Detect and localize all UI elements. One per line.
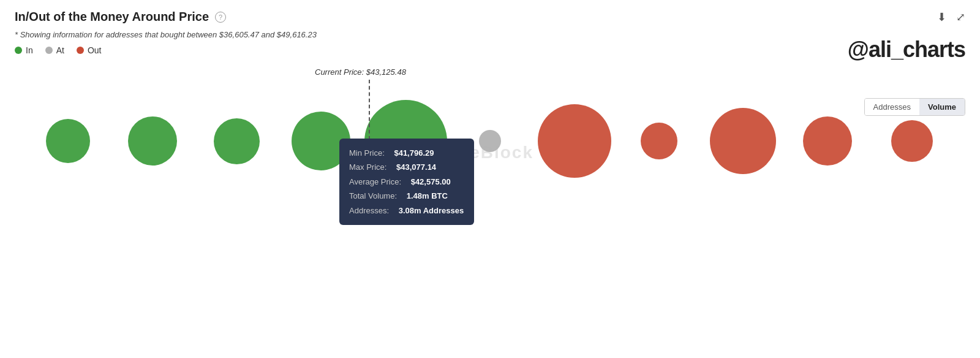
legend-dot-at [45,47,53,54]
bubble-0 [46,119,90,163]
page-title: In/Out of the Money Around Price [15,10,209,24]
watermark: @ali_charts [848,37,965,63]
legend: In At Out [15,45,965,55]
tooltip-min-label: Min Price: [349,146,385,160]
bubble-8 [710,108,776,174]
bubble-1 [128,116,177,166]
tooltip: Min Price: $41,796.29 Max Price: $43,077… [339,139,474,225]
tooltip-vol-label: Total Volume: [349,189,397,203]
tooltip-avg-label: Average Price: [349,175,401,189]
chart-area: Current Price: $43,125.48 Min Price: $41… [15,65,965,224]
bubble-9 [803,116,852,166]
bubble-7 [641,123,677,159]
expand-icon[interactable]: ⤢ [956,10,965,24]
bubble-col-10 [870,120,954,162]
bubble-10 [891,120,933,162]
bubble-2 [214,118,260,164]
legend-dot-in [15,47,22,54]
bubble-col-6 [532,104,617,178]
download-icon[interactable]: ⬇ [937,10,946,24]
tooltip-vol-val: 1.48m BTC [407,189,448,203]
bubble-col-0 [26,119,110,163]
tooltip-min-val: $41,796.29 [394,146,434,160]
bubbles-row [15,80,965,202]
legend-at: At [45,45,64,55]
tooltip-avg-val: $42,575.00 [411,175,451,189]
bubble-col-2 [195,118,279,164]
legend-label-at: At [56,45,64,55]
bubble-col-8 [701,108,786,174]
bubble-5 [479,130,501,152]
bubble-col-9 [785,116,870,166]
tooltip-max-label: Max Price: [349,160,386,174]
tooltip-addr-val: 3.08m Addresses [399,204,464,218]
tooltip-addr-label: Addresses: [349,204,389,218]
subtitle: * Showing information for addresses that… [15,30,965,39]
tooltip-max-val: $43,077.14 [396,160,436,174]
bubble-6 [538,104,611,178]
legend-label-out: Out [88,45,102,55]
bubble-col-1 [110,116,195,166]
help-icon[interactable]: ? [215,12,226,23]
current-price-label: Current Price: $43,125.48 [315,67,406,77]
legend-out: Out [77,45,102,55]
legend-dot-out [77,47,84,54]
bubble-col-7 [617,123,701,159]
legend-label-in: In [26,45,33,55]
legend-in: In [15,45,33,55]
